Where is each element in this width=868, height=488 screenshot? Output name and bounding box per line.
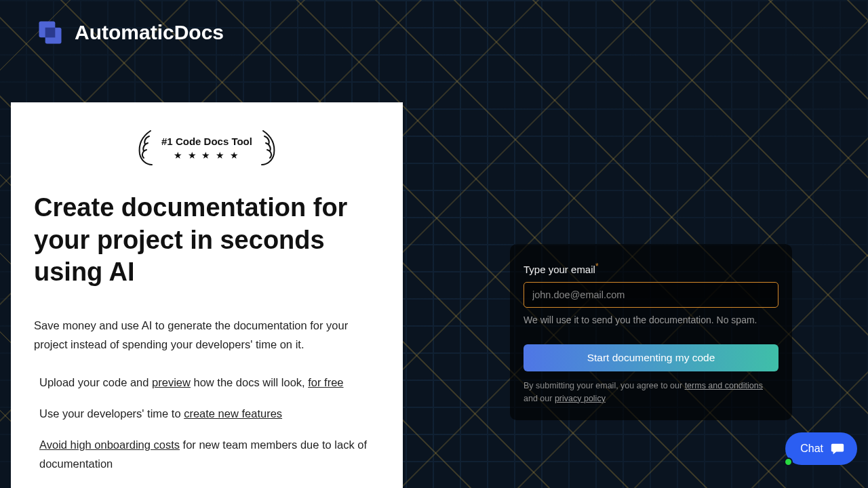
badge-stars-icon: ★ ★ ★ ★ ★ [161, 150, 252, 161]
hero-bullet-4: Receive the documentation for the releva… [34, 485, 380, 488]
svg-rect-2 [45, 28, 56, 38]
chat-widget-button[interactable]: Chat [785, 432, 857, 465]
hero-bullet-3: Avoid high onboarding costs for new team… [34, 435, 380, 473]
chat-bubble-icon [830, 441, 845, 456]
brand-name: AutomaticDocs [75, 21, 224, 44]
hero-bullet-1: Upload your code and preview how the doc… [34, 373, 380, 392]
card-top-edge [11, 96, 403, 102]
chat-label: Chat [800, 443, 823, 455]
laurel-left-icon [136, 129, 155, 166]
site-header: AutomaticDocs [0, 0, 868, 65]
hero-headline: Create documentation for your project in… [34, 192, 380, 289]
hero-subtext: Save money and use AI to generate the do… [34, 316, 380, 354]
hero-bullet-2: Use your developers' time to create new … [34, 404, 380, 423]
hero-card: #1 Code Docs Tool ★ ★ ★ ★ ★ Create docum… [11, 102, 403, 488]
badge-title: #1 Code Docs Tool [161, 136, 252, 147]
laurel-right-icon [259, 129, 278, 166]
brand-logo-icon [35, 18, 65, 47]
award-badge: #1 Code Docs Tool ★ ★ ★ ★ ★ [34, 129, 380, 166]
